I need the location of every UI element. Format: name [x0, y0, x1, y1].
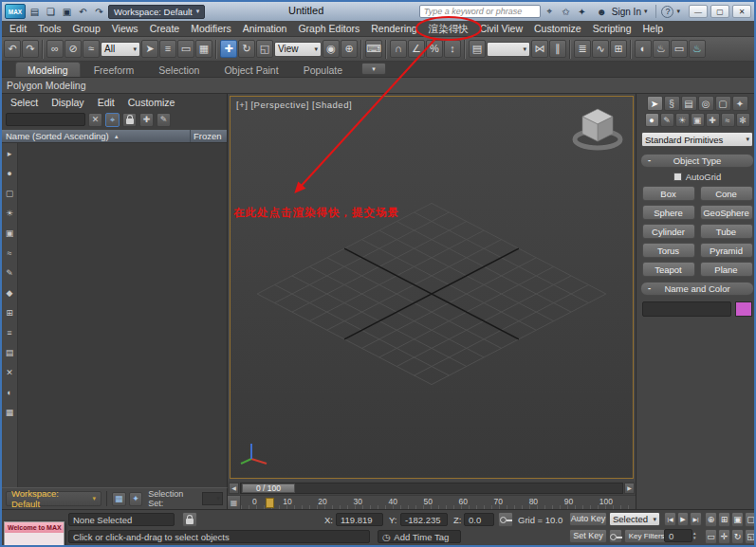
explorer-tool-icon-9[interactable]: ⊞: [4, 306, 16, 319]
undo-icon[interactable]: ↶: [4, 40, 21, 58]
display-tab-icon[interactable]: ▢: [715, 96, 731, 111]
mini-curve-editor-icon[interactable]: ▦: [228, 496, 241, 509]
select-and-link-icon[interactable]: ∞: [46, 40, 64, 58]
cylinder-button[interactable]: Cylinder: [642, 224, 695, 239]
modify-tab-icon[interactable]: §: [664, 96, 680, 111]
window-crossing-icon[interactable]: ▦: [195, 40, 212, 58]
menu-item-render-fast[interactable]: 渲染得快: [423, 21, 474, 37]
systems-icon[interactable]: ✻: [736, 113, 750, 127]
explorer-tool-icon-13[interactable]: ◐: [4, 386, 16, 398]
explorer-menu-select[interactable]: Select: [4, 97, 45, 108]
search-input[interactable]: [419, 5, 541, 18]
explorer-tool-icon-4[interactable]: ☀: [4, 207, 16, 219]
explorer-tool-icon-6[interactable]: ≈: [4, 246, 16, 259]
explorer-tool-icon-12[interactable]: ✕: [4, 366, 16, 378]
zoom-all-icon[interactable]: ⊞: [718, 512, 730, 527]
teapot-button[interactable]: Teapot: [642, 262, 695, 277]
workspace-selector[interactable]: Workspace: Default ▾: [6, 491, 101, 506]
explorer-tool-icon-10[interactable]: ≡: [4, 326, 16, 338]
explorer-tool-icon-11[interactable]: ▤: [4, 346, 16, 358]
workspace-dropdown[interactable]: Workspace: Default ▾: [108, 5, 205, 19]
selected-set-dropdown[interactable]: Selected ▾: [609, 512, 660, 526]
mirror-icon[interactable]: ⋈: [531, 40, 548, 58]
pan-icon[interactable]: ✛: [718, 529, 730, 544]
menu-item-customize[interactable]: Customize: [528, 21, 587, 37]
curve-editor-icon[interactable]: ∿: [592, 40, 609, 58]
explorer-tool-icon-14[interactable]: ▦: [4, 406, 16, 418]
schematic-view-icon[interactable]: ⊞: [610, 40, 627, 58]
render-setup-icon[interactable]: ♨: [653, 40, 670, 58]
set-key-button[interactable]: Set Key: [569, 529, 607, 543]
selection-region-icon[interactable]: ▭: [177, 40, 194, 58]
play-icon[interactable]: ▶: [677, 512, 689, 526]
pick-object-icon[interactable]: ✚: [139, 113, 154, 127]
object-name-input[interactable]: [642, 301, 731, 317]
key-filters-key-icon[interactable]: [609, 529, 622, 543]
keyboard-shortcut-override-icon[interactable]: ⌨: [365, 40, 382, 58]
angle-snap-icon[interactable]: ∠: [408, 40, 425, 58]
explorer-search-input[interactable]: [6, 113, 85, 126]
undo-icon[interactable]: ↶: [76, 5, 90, 19]
polygon-modeling-panel-label[interactable]: Polygon Modeling: [7, 80, 85, 91]
maximize-viewport-toggle-icon[interactable]: ◱: [745, 529, 756, 544]
workspace-tool-icon-1[interactable]: ▦: [112, 492, 126, 506]
key-mode-icon[interactable]: [498, 512, 513, 527]
named-selection-sets-dropdown[interactable]: ▾: [487, 42, 530, 57]
plane-button[interactable]: Plane: [700, 262, 753, 277]
explorer-tool-icon-5[interactable]: ▣: [4, 227, 16, 239]
select-by-name-icon[interactable]: ≡: [159, 40, 176, 58]
scene-explorer-list[interactable]: [18, 143, 227, 487]
menu-item-edit[interactable]: Edit: [4, 21, 32, 37]
menu-item-views[interactable]: Views: [106, 21, 144, 37]
save-file-icon[interactable]: ▣: [60, 5, 74, 19]
menu-item-civil-view[interactable]: Civil View: [474, 21, 528, 37]
column-header-name[interactable]: Name (Sorted Ascending) ▲: [2, 130, 191, 142]
track-bar-ruler[interactable]: 0 10 20 30 40 50 60 70 80 90 100: [241, 496, 636, 509]
zoom-extents-selected-icon[interactable]: ▢: [745, 512, 756, 527]
spinner-snap-icon[interactable]: ↕: [444, 40, 461, 58]
zoom-region-icon[interactable]: ▭: [705, 529, 717, 544]
hierarchy-tab-icon[interactable]: ▤: [681, 96, 697, 111]
autogrid-checkbox[interactable]: [673, 173, 682, 181]
shapes-icon[interactable]: ✎: [660, 113, 674, 127]
layer-manager-icon[interactable]: ≣: [574, 40, 591, 58]
open-file-icon[interactable]: ❏: [44, 5, 58, 19]
app-logo[interactable]: MAX: [5, 4, 26, 19]
geosphere-button[interactable]: GeoSphere: [700, 205, 753, 220]
zoom-icon[interactable]: ⊕: [705, 512, 717, 527]
orbit-icon[interactable]: ↻: [731, 529, 744, 544]
menu-item-scripting[interactable]: Scripting: [587, 21, 637, 37]
reference-coordinate-dropdown[interactable]: View ▾: [274, 42, 322, 57]
ribbon-tab-modeling[interactable]: Modeling: [15, 62, 81, 77]
add-time-tag-field[interactable]: ◷ Add Time Tag: [378, 530, 461, 543]
primitive-category-dropdown[interactable]: Standard Primitives ▾: [641, 132, 753, 147]
helpers-icon[interactable]: ✚: [706, 113, 720, 127]
menu-item-help[interactable]: Help: [636, 21, 669, 37]
select-and-manipulate-icon[interactable]: ⊕: [341, 40, 358, 58]
bind-to-space-warp-icon[interactable]: ≈: [83, 40, 100, 58]
selection-filter-dropdown[interactable]: All ▾: [101, 42, 140, 57]
zoom-extents-icon[interactable]: ▣: [731, 512, 744, 527]
maximize-button[interactable]: ▢: [710, 5, 729, 18]
x-coordinate-field[interactable]: 119.819: [336, 513, 383, 526]
explorer-menu-edit[interactable]: Edit: [91, 97, 121, 108]
redo-icon[interactable]: ↷: [92, 5, 106, 19]
explorer-tool-icon-2[interactable]: ●: [4, 167, 16, 179]
space-warps-icon[interactable]: ≈: [721, 113, 735, 127]
ribbon-tab-object-paint[interactable]: Object Paint: [212, 63, 289, 77]
selection-set-dropdown[interactable]: ▾: [202, 492, 223, 505]
menu-item-create[interactable]: Create: [144, 21, 186, 37]
selection-lock-toggle[interactable]: [182, 512, 197, 527]
current-frame-field[interactable]: 0: [664, 529, 692, 542]
workspace-tool-icon-2[interactable]: ✦: [129, 492, 143, 506]
geometry-icon[interactable]: ●: [645, 113, 659, 127]
time-slider-right-arrow[interactable]: ▶: [624, 483, 635, 494]
menu-item-group[interactable]: Group: [67, 21, 106, 37]
lights-icon[interactable]: ☀: [675, 113, 690, 127]
viewcube[interactable]: [570, 101, 625, 155]
y-coordinate-field[interactable]: -182.235: [400, 513, 448, 526]
redo-icon[interactable]: ↷: [22, 40, 39, 58]
menu-item-rendering[interactable]: Rendering: [365, 21, 422, 37]
explorer-tool-icon-1[interactable]: ▸: [4, 147, 16, 159]
pyramid-button[interactable]: Pyramid: [700, 243, 753, 258]
